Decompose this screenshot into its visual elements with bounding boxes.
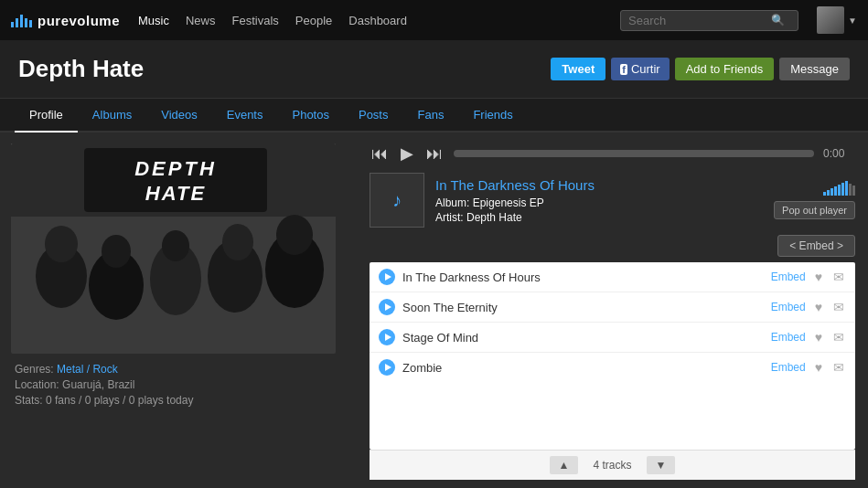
track-embed-link[interactable]: Embed: [771, 301, 806, 313]
curtir-button[interactable]: f Curtir: [611, 58, 669, 80]
logo-bar: [16, 18, 18, 27]
svg-point-7: [162, 230, 189, 261]
logo-icon: [11, 13, 32, 27]
message-button[interactable]: Message: [779, 58, 850, 80]
track-list-item: Soon The Eternity Embed ♥ ✉: [370, 292, 855, 323]
add-friends-button[interactable]: Add to Friends: [675, 58, 775, 80]
fast-forward-button[interactable]: ⏭: [424, 143, 445, 165]
curtir-label: Curtir: [631, 62, 660, 76]
heart-icon[interactable]: ♥: [813, 360, 824, 375]
stats-label: Stats:: [15, 394, 46, 407]
tab-friends[interactable]: Friends: [458, 99, 527, 133]
share-icon[interactable]: ✉: [831, 270, 846, 284]
logo-bar: [20, 15, 23, 27]
left-panel: DEPTH HATE Genres: Metal / Rock Location…: [0, 133, 357, 488]
nav-links: Music News Festivals People Dashboard: [138, 14, 602, 27]
logo[interactable]: purevolume: [11, 13, 120, 28]
rewind-button[interactable]: ⏮: [370, 143, 390, 165]
band-photo-svg: DEPTH HATE: [11, 143, 336, 354]
player-controls: ⏮ ▶ ⏭ 0:00: [370, 142, 855, 165]
logo-bar: [29, 20, 32, 27]
location-info: Location: Guarujá, Brazil: [15, 378, 342, 391]
search-icon: 🔍: [771, 14, 785, 27]
heart-icon[interactable]: ♥: [813, 270, 824, 284]
nav-dashboard[interactable]: Dashboard: [348, 14, 407, 27]
vol-seg: [845, 181, 848, 196]
prev-page-button[interactable]: ▲: [550, 456, 579, 474]
tab-videos[interactable]: Videos: [146, 99, 212, 133]
pop-out-button[interactable]: Pop out player: [774, 201, 855, 219]
genres-info: Genres: Metal / Rock: [15, 363, 342, 376]
tracks-count: 4 tracks: [593, 459, 631, 472]
current-track-artist: Artist: Depth Hate: [435, 211, 763, 224]
track-play-button[interactable]: [379, 359, 395, 376]
embed-btn-row: < Embed >: [370, 235, 855, 257]
svg-text:HATE: HATE: [145, 182, 206, 205]
nav-news[interactable]: News: [186, 14, 216, 27]
svg-point-3: [45, 226, 78, 262]
vol-seg: [823, 192, 826, 196]
play-icon: [385, 334, 391, 341]
track-play-button[interactable]: [379, 269, 395, 285]
svg-point-9: [222, 224, 253, 260]
vol-seg: [841, 183, 844, 196]
nav-music[interactable]: Music: [138, 14, 169, 27]
band-title: Depth Hate: [18, 55, 144, 83]
share-icon[interactable]: ✉: [831, 300, 846, 314]
band-actions: Tweet f Curtir Add to Friends Message: [551, 58, 850, 80]
track-embed-link[interactable]: Embed: [771, 271, 806, 283]
sub-nav: Profile Albums Videos Events Photos Post…: [0, 99, 868, 133]
play-icon: [385, 273, 391, 281]
embed-button[interactable]: < Embed >: [777, 235, 855, 257]
avatar-area[interactable]: ▼: [817, 6, 857, 34]
stats-value: 0 fans / 0 plays / 0 plays today: [46, 394, 193, 407]
track-play-button[interactable]: [379, 329, 395, 345]
vol-seg: [827, 190, 830, 196]
track-list-item: Zombie Embed ♥ ✉: [370, 353, 855, 382]
tab-profile[interactable]: Profile: [15, 99, 78, 133]
avatar: [817, 6, 844, 34]
track-embed-link[interactable]: Embed: [771, 361, 806, 374]
logo-bar: [25, 18, 27, 27]
search-input[interactable]: [628, 14, 766, 27]
artist-value: Depth Hate: [466, 211, 522, 224]
chevron-down-icon: ▼: [848, 16, 857, 26]
svg-point-5: [102, 235, 131, 268]
current-track-album: Album: Epigenesis EP: [435, 196, 763, 209]
nav-people[interactable]: People: [295, 14, 332, 27]
logo-text: purevolume: [38, 13, 120, 28]
vol-seg: [838, 185, 841, 196]
vol-seg-off: [852, 186, 855, 196]
tab-events[interactable]: Events: [212, 99, 278, 133]
tweet-button[interactable]: Tweet: [551, 58, 605, 80]
track-list-item: In The Darkness Of Hours Embed ♥ ✉: [370, 262, 855, 292]
heart-icon[interactable]: ♥: [813, 330, 824, 345]
band-info: Genres: Metal / Rock Location: Guarujá, …: [11, 354, 346, 410]
current-track-row: ♪ In The Darkness Of Hours Album: Epigen…: [370, 173, 855, 228]
share-icon[interactable]: ✉: [831, 360, 846, 375]
play-button[interactable]: ▶: [399, 142, 415, 165]
album-value: Epigenesis EP: [473, 196, 544, 209]
tab-albums[interactable]: Albums: [78, 99, 146, 133]
track-name: Stage Of Mind: [402, 331, 764, 345]
share-icon[interactable]: ✉: [831, 330, 846, 345]
svg-point-11: [276, 215, 313, 255]
main-content: DEPTH HATE Genres: Metal / Rock Location…: [0, 133, 868, 488]
volume-bar[interactable]: [823, 181, 855, 196]
search-box[interactable]: 🔍: [620, 10, 798, 31]
track-embed-link[interactable]: Embed: [771, 331, 806, 344]
logo-bar: [11, 22, 14, 27]
progress-bar[interactable]: [454, 150, 814, 157]
heart-icon[interactable]: ♥: [813, 300, 824, 314]
current-track-thumb: ♪: [370, 173, 424, 228]
track-list-footer: ▲ 4 tracks ▼: [370, 450, 855, 480]
vol-seg: [830, 188, 833, 196]
nav-festivals[interactable]: Festivals: [232, 14, 279, 27]
current-track-meta: In The Darkness Of Hours Album: Epigenes…: [435, 177, 763, 224]
next-page-button[interactable]: ▼: [647, 456, 676, 474]
tab-posts[interactable]: Posts: [344, 99, 403, 133]
track-play-button[interactable]: [379, 299, 395, 315]
tab-photos[interactable]: Photos: [277, 99, 343, 133]
tab-fans[interactable]: Fans: [402, 99, 458, 133]
genres-link[interactable]: Metal / Rock: [57, 363, 118, 376]
